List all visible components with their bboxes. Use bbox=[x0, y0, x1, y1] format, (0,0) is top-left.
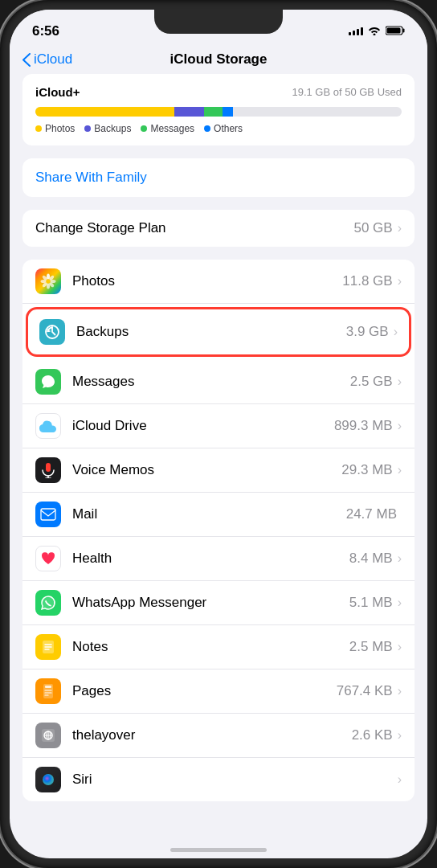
app-row-mail[interactable]: Mail 24.7 MB bbox=[22, 493, 415, 537]
app-row-health[interactable]: Health 8.4 MB › bbox=[22, 537, 415, 581]
nav-title: iCloud Storage bbox=[170, 51, 268, 68]
share-with-family-button[interactable]: Share With Family bbox=[22, 158, 415, 197]
whatsapp-label: WhatsApp Messenger bbox=[72, 595, 349, 611]
notes-label: Notes bbox=[72, 639, 349, 655]
app-row-voice-memos[interactable]: Voice Memos 29.3 MB › bbox=[22, 448, 415, 493]
phone-screen: 6:56 bbox=[10, 10, 427, 858]
app-row-pages[interactable]: Pages 767.4 KB › bbox=[22, 669, 415, 714]
health-chevron: › bbox=[398, 551, 402, 566]
notch bbox=[154, 10, 283, 34]
notes-icon bbox=[35, 634, 61, 660]
change-storage-label: Change Storage Plan bbox=[35, 220, 353, 236]
notes-chevron: › bbox=[398, 640, 402, 654]
home-indicator bbox=[170, 848, 267, 852]
legend-dot-photos bbox=[35, 125, 42, 132]
photos-label: Photos bbox=[72, 273, 342, 289]
storage-bar-others bbox=[223, 107, 234, 117]
thelayover-size: 2.6 KB bbox=[352, 727, 393, 743]
thelayover-chevron: › bbox=[398, 728, 402, 743]
siri-icon bbox=[35, 767, 61, 792]
svg-point-10 bbox=[41, 280, 47, 283]
legend-messages: Messages bbox=[141, 123, 194, 134]
messages-icon bbox=[35, 369, 61, 395]
icloud-drive-size: 899.3 MB bbox=[334, 418, 393, 434]
back-label: iCloud bbox=[34, 51, 72, 68]
mail-icon bbox=[35, 502, 61, 527]
change-storage-row[interactable]: Change Storage Plan 50 GB › bbox=[22, 210, 415, 247]
voice-memos-size: 29.3 MB bbox=[341, 462, 392, 478]
whatsapp-chevron: › bbox=[398, 596, 402, 610]
photos-icon bbox=[35, 268, 61, 294]
storage-bar-messages bbox=[204, 107, 223, 117]
pages-size: 767.4 KB bbox=[337, 683, 393, 699]
legend-label-others: Others bbox=[214, 123, 243, 134]
app-row-thelayover[interactable]: thelayover 2.6 KB › bbox=[22, 714, 415, 758]
svg-point-4 bbox=[47, 274, 50, 280]
thelayover-icon bbox=[35, 723, 61, 748]
legend-label-backups: Backups bbox=[94, 123, 131, 134]
storage-bar-backups bbox=[174, 107, 203, 117]
app-row-messages[interactable]: Messages 2.5 GB › bbox=[22, 360, 415, 404]
voice-memos-chevron: › bbox=[398, 463, 402, 477]
storage-card: iCloud+ 19.1 GB of 50 GB Used Photos bbox=[22, 74, 415, 145]
photos-chevron: › bbox=[398, 274, 402, 289]
siri-chevron: › bbox=[398, 772, 402, 787]
siri-label: Siri bbox=[72, 772, 393, 788]
photos-size: 11.8 GB bbox=[342, 273, 392, 289]
icloud-drive-chevron: › bbox=[398, 419, 402, 433]
app-row-siri[interactable]: Siri › bbox=[22, 758, 415, 801]
svg-rect-2 bbox=[387, 28, 401, 34]
app-row-photos[interactable]: Photos 11.8 GB › bbox=[22, 260, 415, 304]
messages-size: 2.5 GB bbox=[350, 374, 393, 390]
svg-point-12 bbox=[47, 280, 51, 284]
whatsapp-icon bbox=[35, 590, 61, 616]
storage-usage: 19.1 GB of 50 GB Used bbox=[292, 86, 402, 98]
storage-bar-photos bbox=[35, 107, 174, 117]
wifi-icon bbox=[368, 24, 381, 39]
legend-others: Others bbox=[204, 123, 243, 134]
battery-icon bbox=[386, 24, 405, 39]
svg-point-8 bbox=[47, 284, 50, 289]
pages-label: Pages bbox=[72, 683, 337, 699]
svg-rect-23 bbox=[45, 686, 51, 688]
svg-point-32 bbox=[43, 774, 54, 785]
pages-icon bbox=[35, 678, 61, 704]
svg-rect-17 bbox=[41, 509, 55, 520]
app-row-whatsapp[interactable]: WhatsApp Messenger 5.1 MB › bbox=[22, 581, 415, 625]
backups-highlight-border: Backups 3.9 GB › bbox=[26, 307, 411, 357]
storage-header: iCloud+ 19.1 GB of 50 GB Used bbox=[35, 85, 402, 99]
notes-size: 2.5 MB bbox=[349, 639, 393, 655]
legend-backups: Backups bbox=[84, 123, 131, 134]
content-area: iCloud+ 19.1 GB of 50 GB Used Photos bbox=[10, 74, 427, 850]
health-size: 8.4 MB bbox=[349, 551, 393, 567]
svg-point-6 bbox=[51, 280, 56, 283]
voice-memos-icon bbox=[35, 457, 61, 483]
icloud-drive-icon bbox=[35, 413, 61, 439]
signal-icon bbox=[349, 27, 363, 35]
backups-label: Backups bbox=[76, 324, 346, 340]
legend-label-photos: Photos bbox=[45, 123, 75, 134]
backups-chevron: › bbox=[394, 325, 398, 339]
status-icons bbox=[349, 24, 405, 39]
back-button[interactable]: iCloud bbox=[22, 51, 72, 68]
storage-bar bbox=[35, 107, 402, 117]
app-row-icloud-drive[interactable]: iCloud Drive 899.3 MB › bbox=[22, 404, 415, 448]
messages-label: Messages bbox=[72, 374, 350, 390]
whatsapp-size: 5.1 MB bbox=[349, 595, 393, 611]
share-family-card: Share With Family bbox=[22, 158, 415, 197]
nav-bar: iCloud iCloud Storage bbox=[10, 45, 427, 74]
legend-label-messages: Messages bbox=[150, 123, 194, 134]
messages-chevron: › bbox=[398, 375, 402, 389]
change-storage-value: 50 GB bbox=[353, 220, 392, 236]
backups-icon bbox=[39, 319, 65, 345]
legend-dot-backups bbox=[84, 125, 91, 132]
legend-dot-messages bbox=[141, 125, 147, 132]
pages-chevron: › bbox=[398, 684, 402, 698]
thelayover-label: thelayover bbox=[72, 727, 352, 743]
phone-frame: 6:56 bbox=[0, 0, 437, 868]
app-row-backups[interactable]: Backups 3.9 GB › bbox=[28, 309, 409, 354]
legend-photos: Photos bbox=[35, 123, 75, 134]
mail-size: 24.7 MB bbox=[346, 506, 397, 522]
app-row-notes[interactable]: Notes 2.5 MB › bbox=[22, 625, 415, 669]
storage-legend: Photos Backups Messages Others bbox=[35, 123, 402, 134]
